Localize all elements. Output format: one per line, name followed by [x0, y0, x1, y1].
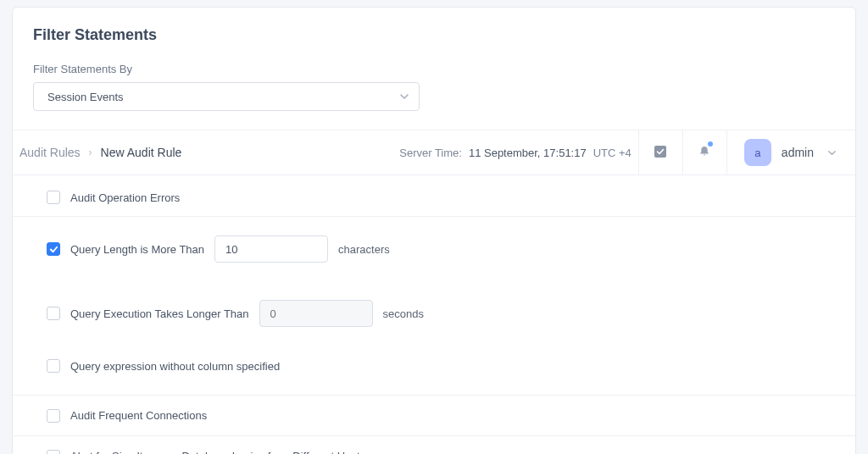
checkbox-frequent-connections[interactable]: [47, 409, 60, 423]
notifications-button[interactable]: [682, 130, 726, 175]
checkbox-query-expression[interactable]: [47, 359, 60, 373]
tasks-button[interactable]: [638, 130, 682, 175]
svg-rect-0: [654, 146, 666, 158]
option-query-execution: Query Execution Takes Longer Than second…: [13, 281, 855, 346]
breadcrumb-current: New Audit Rule: [101, 146, 182, 159]
option-query-expression: Query expression without column specifie…: [13, 346, 855, 386]
avatar: a: [744, 139, 771, 166]
option-label: Alert for Simultaneous Database Logins f…: [70, 450, 365, 454]
user-menu[interactable]: a admin: [726, 130, 849, 175]
option-label: Query Execution Takes Longer Than: [70, 307, 249, 320]
option-query-length: Query Length is More Than characters: [13, 216, 855, 281]
option-frequent-connections: Audit Frequent Connections: [13, 395, 855, 435]
server-time-label: Server Time:: [399, 147, 462, 159]
checkbox-query-execution[interactable]: [47, 307, 60, 320]
section-title: Filter Statements: [33, 26, 835, 44]
options-list: Audit Operation Errors Query Length is M…: [13, 175, 855, 454]
breadcrumb-parent[interactable]: Audit Rules: [19, 146, 81, 159]
query-execution-input: [259, 300, 373, 327]
option-label: Audit Frequent Connections: [70, 409, 207, 422]
filter-by-select-wrap: Session Events: [33, 82, 420, 111]
chevron-right-icon: ›: [89, 147, 92, 158]
unit-label: characters: [338, 243, 390, 256]
option-simultaneous-logins: Alert for Simultaneous Database Logins f…: [13, 435, 855, 454]
filter-by-label: Filter Statements By: [33, 63, 835, 75]
option-label: Query Length is More Than: [70, 243, 204, 256]
query-length-input[interactable]: [214, 235, 328, 263]
checkbox-query-length[interactable]: [47, 242, 60, 256]
filter-statements-card: Filter Statements Filter Statements By S…: [12, 7, 856, 454]
server-time: Server Time: 11 September, 17:51:17 UTC …: [399, 147, 632, 159]
topbar: Audit Rules › New Audit Rule Server Time…: [13, 130, 855, 175]
user-name: admin: [782, 146, 814, 159]
unit-label: seconds: [383, 307, 424, 320]
checkbox-audit-operation-errors[interactable]: [47, 191, 60, 204]
option-label: Audit Operation Errors: [70, 191, 180, 204]
chevron-down-icon: [827, 148, 837, 158]
server-time-tz: UTC +4: [593, 147, 632, 159]
notification-dot: [708, 141, 713, 147]
checkbox-simultaneous-logins[interactable]: [47, 450, 60, 455]
checkbox-icon: [654, 145, 667, 161]
breadcrumb: Audit Rules › New Audit Rule: [13, 146, 181, 159]
bell-icon: [698, 145, 711, 161]
option-audit-operation-errors: Audit Operation Errors: [13, 175, 855, 216]
filter-by-select[interactable]: Session Events: [33, 82, 420, 111]
option-label: Query expression without column specifie…: [70, 360, 280, 373]
server-time-value: 11 September, 17:51:17: [469, 147, 587, 159]
